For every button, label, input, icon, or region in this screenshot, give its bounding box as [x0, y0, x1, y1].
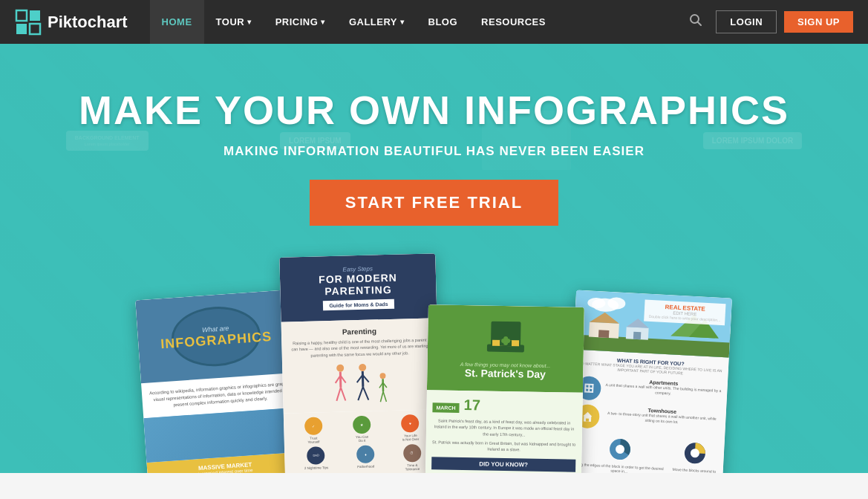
nav-item-resources[interactable]: RESOURCES	[469, 0, 558, 44]
svg-marker-55	[583, 412, 592, 417]
circle-town: Move the blocks around to get...	[670, 440, 718, 473]
card4-item-townhouse: Townhouse A two- to three-story unit tha…	[575, 404, 719, 435]
figure-mom	[332, 364, 349, 405]
leprechaun-hat	[483, 317, 528, 355]
nav-right: LOGIN SIGN UP	[683, 10, 853, 33]
svg-line-18	[356, 375, 362, 382]
svg-line-26	[380, 391, 383, 402]
card1-header: What are INFOGRAPHICS	[135, 290, 296, 383]
card3-stpatricks-title: St. Patrick's Day	[434, 366, 575, 380]
figure-dad	[354, 363, 371, 405]
card4-items: Apartments A unit that shares a wall wit…	[575, 376, 721, 435]
card2-circles: ✓ TrustYourself ★ You CanDo It ♥ Your Li…	[290, 414, 432, 445]
card2-header: Easy Steps for MODERN PARENTING Guide fo…	[279, 254, 437, 322]
circle-can-do: ★ You CanDo It	[352, 416, 371, 443]
svg-line-21	[362, 387, 368, 400]
card3-did-you-know: DID YOU KNOW?	[431, 457, 575, 472]
svg-rect-3	[16, 24, 27, 34]
card4-body: WHAT IS RIGHT FOR YOU? NO MATTER WHAT ST…	[567, 350, 729, 473]
svg-point-22	[379, 373, 385, 379]
infographic-cards: What are INFOGRAPHICS According to wikip…	[15, 252, 853, 473]
circle-time-icon: ⏱	[402, 444, 421, 463]
circle-fatherhood-label: Fatherhood	[356, 465, 374, 469]
hero-subtitle: MAKING INFORMATION BEAUTIFUL HAS NEVER B…	[15, 144, 853, 159]
svg-point-10	[336, 365, 344, 372]
circle-trust-label: TrustYourself	[304, 437, 322, 445]
nav-item-home[interactable]: HOME	[150, 0, 204, 44]
card-stpatricks: A few things you may not know about... S…	[425, 304, 584, 473]
nav-item-blog[interactable]: BLOG	[417, 0, 470, 44]
apartment-text: Apartments A unit that shares a wall wit…	[605, 377, 722, 399]
svg-line-15	[340, 388, 345, 401]
circle-time: ⏱ Time &Tolerance	[402, 444, 421, 472]
card-realestate: real estate EDIT HERE Double click here …	[567, 290, 732, 473]
card1-text: According to wikipedia, information grap…	[149, 380, 290, 410]
circle-can-do-icon: ★	[352, 416, 371, 434]
login-button[interactable]: LOGIN	[716, 10, 777, 33]
circle-life: ♥ Your Lifeis Not Over	[401, 414, 420, 442]
circle-town-chart	[682, 441, 708, 466]
svg-point-16	[359, 364, 366, 371]
apartment-svg	[581, 381, 595, 395]
card-infographics: What are INFOGRAPHICS According to wikip…	[135, 290, 304, 473]
card2-circles-2: DAD 2 Nighttime Tips ♦ Fatherhood ⏱ Time…	[291, 444, 433, 474]
logo-text: Piktochart	[48, 13, 128, 32]
circle-life-icon: ♥	[401, 414, 420, 433]
card3-month: MARCH	[432, 402, 459, 413]
card4-scene-wrapper: real estate EDIT HERE Double click here …	[573, 290, 732, 358]
search-icon[interactable]	[683, 10, 708, 33]
circle-dad-icon: DAD	[307, 446, 325, 465]
circle-apt-label: Drag the edges of the block in order to …	[572, 462, 665, 473]
card3-fact2: St. Patrick was actually born in Great B…	[431, 439, 575, 454]
svg-rect-49	[584, 384, 593, 394]
card3-day: 17	[463, 397, 480, 414]
signup-button[interactable]: SIGN UP	[784, 11, 853, 33]
chevron-down-icon: ▾	[321, 18, 325, 26]
card2-section-title: Parenting	[288, 326, 429, 338]
card2-modern-parenting: for MODERN PARENTING	[287, 271, 428, 299]
nav-links: HOME TOUR ▾ PRICING ▾ GALLERY ▾ BLOG RES…	[150, 0, 684, 44]
figure-kid	[376, 372, 389, 403]
card3-fact1: Saint Patrick's feast day, as a kind of …	[431, 417, 575, 438]
svg-rect-45	[598, 330, 609, 338]
logo-icon	[15, 9, 42, 36]
circle-trust: ✓ TrustYourself	[304, 417, 322, 445]
svg-point-8	[169, 441, 181, 454]
card3-date: MARCH 17	[432, 396, 576, 415]
nav-item-gallery[interactable]: GALLERY ▾	[337, 0, 417, 44]
start-free-trial-button[interactable]: START FREE TRIAL	[310, 180, 558, 226]
circle-fatherhood: ♦ Fatherhood	[356, 446, 375, 473]
circle-apt-chart	[607, 437, 633, 462]
hero-section: BACKGROUND ELEMENT Lorem ipsum placehold…	[0, 44, 868, 473]
nav-item-tour[interactable]: TOUR ▾	[204, 0, 264, 44]
nav-item-pricing[interactable]: PRICING ▾	[264, 0, 337, 44]
card2-guide-btn: Guide for Moms & Dads	[323, 299, 394, 310]
card2-body: Parenting Raising a happy, healthy child…	[281, 319, 439, 414]
svg-line-14	[336, 388, 340, 401]
chevron-down-icon: ▾	[400, 18, 405, 26]
hero-title: MAKE YOUR OWN INFOGRAPHICS	[15, 88, 853, 132]
circle-time-label: Time &Tolerance	[403, 463, 421, 472]
card3-header: A few things you may not know about... S…	[426, 304, 584, 393]
card-parenting: Easy Steps for MODERN PARENTING Guide fo…	[279, 254, 441, 473]
circle-trust-icon: ✓	[304, 417, 322, 436]
navbar: Piktochart HOME TOUR ▾ PRICING ▾ GALLERY…	[0, 0, 868, 44]
svg-line-6	[698, 22, 702, 26]
svg-text:40%: 40%	[174, 446, 183, 451]
svg-line-20	[357, 387, 362, 400]
svg-line-27	[383, 391, 386, 402]
circle-fatherhood-icon: ♦	[356, 446, 375, 464]
circle-dad: DAD 2 Nighttime Tips	[304, 446, 328, 473]
circle-apt: Drag the edges of the block in order to …	[572, 435, 667, 473]
svg-line-17	[362, 371, 363, 387]
card2-footer: ✓ TrustYourself ★ You CanDo It ♥ Your Li…	[283, 409, 440, 473]
svg-rect-48	[633, 332, 641, 340]
card4-item-apartment: Apartments A unit that shares a wall wit…	[576, 376, 721, 407]
logo[interactable]: Piktochart	[15, 9, 128, 36]
card3-body: MARCH 17 Saint Patrick's feast day, as a…	[425, 390, 582, 473]
svg-rect-4	[30, 24, 40, 34]
card4-title-box: real estate EDIT HERE Double click here …	[644, 300, 725, 326]
logo-chart: chart	[88, 13, 128, 31]
townhouse-text: Townhouse A two- to three-story unit tha…	[604, 405, 720, 427]
circle-can-do-label: You CanDo It	[353, 435, 371, 443]
